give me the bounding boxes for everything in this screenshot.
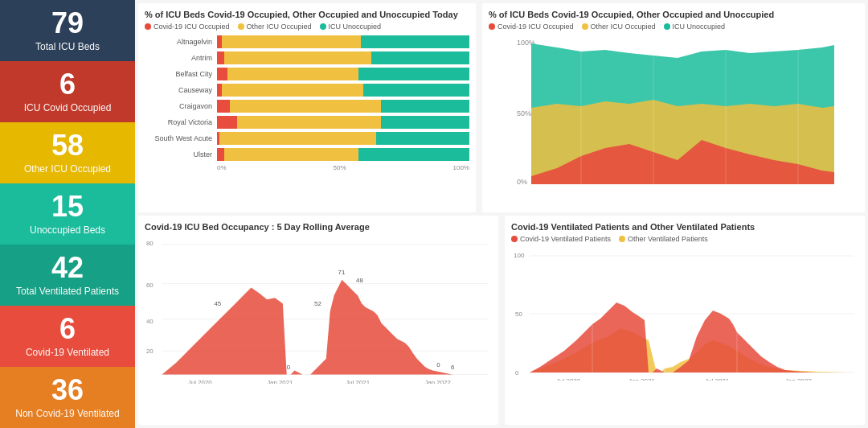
bar-seg-other xyxy=(222,35,361,48)
x-label-0: 0% xyxy=(217,164,227,171)
svg-text:52: 52 xyxy=(314,300,321,307)
bar-seg-unoccupied xyxy=(358,68,469,80)
stat-non-covid-ventilated: 36 Non Covid-19 Ventilated xyxy=(0,367,135,428)
bottom-right-chart-panel: Covid-19 Ventilated Patients and Other V… xyxy=(505,216,865,425)
legend-label-other-rt: Other ICU Occupied xyxy=(591,23,656,31)
svg-text:Jul 2021: Jul 2021 xyxy=(705,377,730,381)
sidebar: 79 Total ICU Beds 6 ICU Covid Occupied 5… xyxy=(0,0,135,428)
stat-label-covid-vent: Covid-19 Ventilated xyxy=(23,345,113,360)
stat-number-covid-vent: 6 xyxy=(59,313,76,345)
bar-chart-x-axis: 0% 50% 100% xyxy=(217,164,469,171)
legend-dot-covid xyxy=(145,23,151,30)
stat-covid-ventilated: 6 Covid-19 Ventilated xyxy=(0,306,135,367)
bar-seg-unoccupied xyxy=(371,51,469,64)
bar-seg-other xyxy=(227,68,358,80)
stat-icu-covid-occupied: 6 ICU Covid Occupied xyxy=(0,61,135,122)
right-top-area-svg: 100% 50% 0% Jul 2020 Jan 2021 Jul 2021 J… xyxy=(489,35,858,188)
bar-chart-panel: % of ICU Beds Covid-19 Occupied, Other O… xyxy=(138,3,476,212)
bar-track xyxy=(217,35,469,48)
stat-other-icu-occupied: 58 Other ICU Occupied xyxy=(0,122,135,183)
bar-chart-title: % of ICU Beds Covid-19 Occupied, Other O… xyxy=(145,10,469,19)
svg-text:Jan 2022: Jan 2022 xyxy=(785,377,812,381)
svg-marker-42 xyxy=(530,302,850,372)
bar-seg-covid xyxy=(217,116,237,129)
legend-covid-rt: Covid-19 ICU Occupied xyxy=(489,23,574,31)
bottom-right-area-svg: 100 50 0 Jul 202 xyxy=(511,248,858,381)
stat-number-icu-beds: 79 xyxy=(51,7,84,39)
legend-label-unoccupied: ICU Unoccupied xyxy=(329,23,382,31)
legend-unoccupied: ICU Unoccupied xyxy=(320,23,382,31)
legend-label-other-vent: Other Ventilated Patients xyxy=(628,235,708,243)
bar-row-label: Causeway xyxy=(145,86,217,94)
stat-total-icu-beds: 79 Total ICU Beds xyxy=(0,0,135,61)
svg-text:Jul 2020: Jul 2020 xyxy=(556,377,581,381)
legend-covid-icu: Covid-19 ICU Occupied xyxy=(145,23,230,31)
bar-row-label: Royal Victoria xyxy=(145,118,217,126)
bar-seg-covid xyxy=(217,68,227,80)
legend-label-covid: Covid-19 ICU Occupied xyxy=(154,23,230,31)
bar-track xyxy=(217,116,469,129)
bottom-left-area-svg: 80 60 40 20 45 52 71 0 xyxy=(145,235,492,384)
bar-track xyxy=(217,51,469,64)
bar-chart: AltnagelvinAntrimBelfast CityCausewayCra… xyxy=(145,35,469,161)
bar-seg-other xyxy=(224,148,358,161)
svg-text:50%: 50% xyxy=(517,109,531,117)
svg-text:60: 60 xyxy=(146,282,154,290)
svg-text:50: 50 xyxy=(515,311,522,318)
bottom-row: Covid-19 ICU Bed Occupancy : 5 Day Rolli… xyxy=(138,216,865,425)
right-top-chart-title: % of ICU Beds Covid-19 Occupied, Other O… xyxy=(489,10,858,19)
bar-row-label: South West Acute xyxy=(145,134,217,142)
legend-unoccupied-rt: ICU Unoccupied xyxy=(664,23,726,31)
bottom-left-chart-title: Covid-19 ICU Bed Occupancy : 5 Day Rolli… xyxy=(145,222,492,232)
bar-chart-legend: Covid-19 ICU Occupied Other ICU Occupied… xyxy=(145,23,469,31)
bar-row: Altnagelvin xyxy=(145,35,469,48)
legend-other-rt: Other ICU Occupied xyxy=(582,23,656,31)
bottom-right-legend: Covid-19 Ventilated Patients Other Venti… xyxy=(511,235,858,243)
stat-number-other-icu: 58 xyxy=(51,130,84,162)
bar-row: Causeway xyxy=(145,84,469,97)
bar-seg-unoccupied xyxy=(358,148,469,161)
bar-seg-other xyxy=(219,132,376,145)
bar-seg-covid xyxy=(217,51,224,64)
bar-seg-covid xyxy=(217,148,224,161)
bar-track xyxy=(217,68,469,80)
stat-label-unoccupied: Unoccupied Beds xyxy=(27,223,108,237)
svg-text:45: 45 xyxy=(214,300,221,307)
stat-unoccupied-beds: 15 Unoccupied Beds xyxy=(0,183,135,245)
svg-text:20: 20 xyxy=(146,348,154,355)
stat-number-covid-occupied: 6 xyxy=(59,68,76,101)
x-label-100: 100% xyxy=(453,164,469,171)
bar-seg-other xyxy=(237,116,381,129)
bar-seg-unoccupied xyxy=(381,116,469,129)
legend-label-covid-rt: Covid-19 ICU Occupied xyxy=(497,23,574,31)
svg-text:Jan 2021: Jan 2021 xyxy=(267,379,293,384)
legend-dot-unoccupied xyxy=(320,23,326,30)
svg-text:100: 100 xyxy=(514,252,525,259)
legend-dot-covid-vent xyxy=(511,236,518,242)
svg-text:71: 71 xyxy=(338,269,346,276)
svg-text:0: 0 xyxy=(515,369,519,377)
bar-track xyxy=(217,148,469,161)
bar-row-label: Antrim xyxy=(145,54,217,62)
svg-text:Jul 2021: Jul 2021 xyxy=(346,379,370,384)
bar-seg-covid xyxy=(217,100,230,113)
svg-text:Jan 2022: Jan 2022 xyxy=(425,379,451,384)
main-content: % of ICU Beds Covid-19 Occupied, Other O… xyxy=(135,0,868,428)
stat-number-unoccupied: 15 xyxy=(51,191,84,223)
bar-row: Antrim xyxy=(145,51,469,64)
bar-row-label: Craigavon xyxy=(145,102,217,110)
svg-text:80: 80 xyxy=(146,240,154,247)
legend-label-other: Other ICU Occupied xyxy=(247,23,312,31)
bar-seg-other xyxy=(230,100,381,113)
bar-row-label: Altnagelvin xyxy=(145,38,217,46)
svg-text:Jul 2020: Jul 2020 xyxy=(188,379,212,384)
bar-seg-unoccupied xyxy=(361,35,469,48)
legend-other-vent: Other Ventilated Patients xyxy=(619,235,708,243)
bar-track xyxy=(217,132,469,145)
top-row: % of ICU Beds Covid-19 Occupied, Other O… xyxy=(138,3,865,212)
bar-seg-other xyxy=(224,51,371,64)
svg-text:6: 6 xyxy=(451,364,455,371)
bar-seg-unoccupied xyxy=(363,84,469,97)
bottom-left-chart-panel: Covid-19 ICU Bed Occupancy : 5 Day Rolli… xyxy=(138,216,498,425)
svg-text:48: 48 xyxy=(356,277,363,284)
